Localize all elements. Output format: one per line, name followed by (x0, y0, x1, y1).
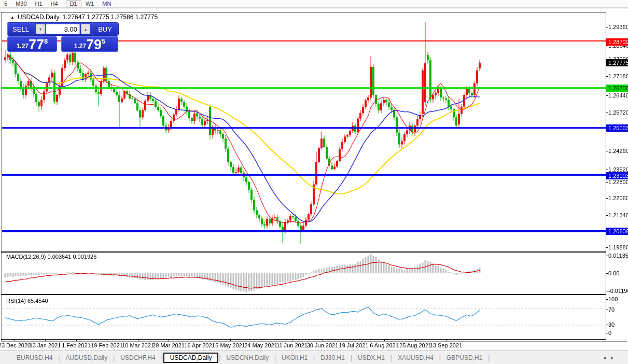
trading-platform-window: 5M30H1H4D1W1MN ▲ USDCAD,Daily 1.27647 1.… (0, 0, 628, 364)
chart-tab-ukoil[interactable]: UKOil,H1 (276, 353, 313, 362)
chart-tab-audusd[interactable]: AUDUSD,Daily (60, 353, 113, 362)
price-axis-tick: 1.25720 (608, 109, 628, 116)
chart-tab-usdchf[interactable]: USDCHF,H4 (115, 353, 160, 362)
toolbar-separator (64, 1, 64, 7)
buy-price-prefix: 1.27 (74, 43, 86, 51)
chart-tab-usdcnh[interactable]: USDCNH,Daily (221, 353, 274, 362)
macd-axis-tick: 0.01135 (608, 253, 628, 259)
macd-rsi-separator[interactable] (1, 294, 606, 295)
rsi-axis-tick: 100 (608, 296, 618, 302)
price-axis-tick: 1.22800 (608, 179, 628, 185)
price-axis-tick: 1.21340 (608, 212, 628, 218)
sell-price-prefix: 1.27 (17, 43, 29, 51)
chart-tab-gbpusd[interactable]: GBPUSD,H1 (441, 353, 487, 362)
chart-tab-eurusd[interactable]: EURUSD,H4 (11, 353, 58, 362)
date-label: 29 Mar 2021 (152, 342, 185, 348)
price-axis-tick: 1.29360 (608, 24, 628, 30)
date-label: 1 Feb 2021 (62, 342, 91, 348)
price-badge: 1.27775 (606, 59, 628, 66)
price-chart-canvas[interactable] (0, 0, 628, 364)
chart-tab-usdx[interactable]: USDX,H1 (353, 353, 390, 362)
date-label: 19 Feb 2021 (91, 342, 123, 348)
toolbar-divider (0, 7, 628, 9)
buy-price-big: 79 (86, 38, 102, 51)
price-axis-tick: 1.24260 (608, 148, 628, 154)
price-badge: 1.23003 (606, 172, 628, 179)
sell-price-big: 77 (29, 38, 44, 51)
rsi-bottom-border (1, 339, 606, 340)
timeframe-button-mn[interactable]: MN (98, 1, 115, 7)
date-label: 19 Jul 2021 (339, 342, 369, 348)
volume-increase-button[interactable]: ▲ (81, 24, 90, 34)
price-axis-tick: 1.27180 (608, 73, 628, 79)
macd-axis-tick: 0.00 (608, 270, 619, 276)
trade-panel-row: SELL ▼ ▲ BUY (7, 23, 118, 35)
volume-input[interactable] (46, 24, 80, 34)
timeframe-button-w1[interactable]: W1 (81, 1, 99, 7)
rsi-axis-tick: 70 (608, 306, 615, 313)
tab-scroll-right-icon[interactable]: ▸ (611, 355, 613, 360)
buy-price-display[interactable]: 1.27 79 5 (61, 36, 118, 52)
buy-button[interactable]: BUY (92, 23, 118, 35)
timeframe-button-h1[interactable]: H1 (31, 1, 47, 7)
tab-scroll-arrows: ◂▸ (603, 355, 613, 360)
price-badge: 1.20609 (606, 228, 628, 235)
price-badge: 1.26700 (606, 85, 628, 92)
toolbar-separator (117, 1, 117, 7)
date-label: 24 May 2021 (244, 342, 277, 348)
sell-price-display[interactable]: 1.27 77 8 (7, 36, 57, 52)
chart-top-border (1, 12, 606, 12)
buy-price-pip: 5 (102, 37, 105, 45)
date-label: 25 Aug 2021 (399, 342, 431, 348)
chart-tab-usdcad[interactable]: USDCAD,Daily (163, 353, 219, 363)
date-label: 30 Jun 2021 (307, 342, 339, 348)
chart-tab-bar: EURUSD,H4|AUDUSD,Daily|USDCHF,H4|USDCAD,… (0, 351, 628, 364)
chart-tab-xauusd[interactable]: XAUUSD,H4 (393, 353, 439, 362)
main-macd-separator[interactable] (1, 251, 606, 253)
price-axis-tick: 1.19880 (608, 244, 628, 250)
timeframe-button-m30[interactable]: M30 (11, 1, 31, 7)
chart-tab-dj30[interactable]: DJ30,H1 (315, 353, 350, 362)
date-label: 16 Apr 2021 (184, 342, 215, 348)
timeframe-button-5[interactable]: 5 (0, 1, 11, 7)
date-label: 23 Dec 2020 (0, 342, 31, 348)
window-bottom-edge (1, 341, 627, 342)
date-label: 6 Aug 2021 (370, 342, 399, 348)
date-label: 10 Mar 2021 (122, 342, 154, 348)
rsi-axis-tick: 30 (608, 321, 615, 328)
timeframe-button-h4[interactable]: H4 (47, 1, 62, 7)
timeframe-toolbar: 5M30H1H4D1W1MN (0, 0, 628, 7)
price-axis-tick: 1.22060 (608, 195, 628, 201)
chart-title: ▲ USDCAD,Daily 1.27647 1.27775 1.27586 1… (10, 13, 158, 21)
chart-ohlc-values: 1.27647 1.27775 1.27586 1.27775 (63, 13, 158, 21)
collapse-triangle-icon[interactable]: ▲ (10, 15, 15, 20)
date-label: 13 Jan 2021 (30, 342, 61, 348)
price-badge: 1.28700 (606, 38, 628, 46)
macd-axis-tick: -0.011904 (608, 288, 628, 294)
sell-button[interactable]: SELL (7, 23, 34, 35)
volume-decrease-button[interactable]: ▼ (36, 24, 45, 34)
price-badge: 1.25003 (606, 124, 628, 132)
date-label: 13 Sep 2021 (430, 342, 462, 348)
date-label: 11 Jun 2021 (276, 342, 308, 348)
chart-symbol-label: USDCAD,Daily (18, 13, 60, 21)
window-left-border (1, 12, 2, 341)
rsi-indicator-label: RSI(14) 65.4540 (6, 298, 48, 304)
sell-price-pip: 8 (44, 37, 48, 45)
rsi-axis-tick: 0 (608, 330, 611, 336)
tab-separator: | (487, 354, 490, 361)
timeframe-button-d1[interactable]: D1 (66, 0, 81, 7)
tab-scroll-left-icon[interactable]: ◂ (603, 355, 606, 360)
price-axis-tick: 1.26440 (608, 92, 628, 99)
date-label: 5 May 2021 (215, 342, 245, 348)
one-click-trade-panel: SELL ▼ ▲ BUY 1.27 77 8 1.27 79 5 (7, 23, 118, 52)
macd-indicator-label: MACD(12,26,9) 0.003641 0.001926 (6, 254, 96, 260)
